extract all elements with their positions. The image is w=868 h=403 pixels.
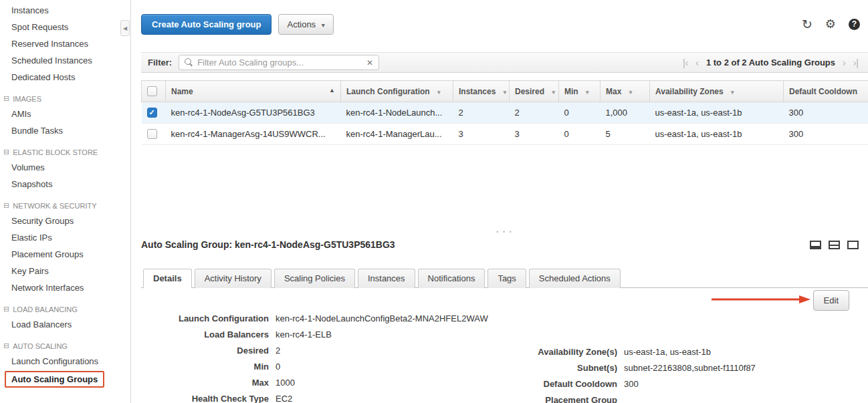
- sidebar-item-network-interfaces[interactable]: Network Interfaces: [0, 279, 130, 296]
- column-header-availability-zones[interactable]: Availability Zones ▾: [650, 81, 784, 102]
- cell-instances: 2: [453, 102, 510, 124]
- sidebar-item-elastic-ips[interactable]: Elastic IPs: [0, 229, 130, 246]
- cell-availability-zones: us-east-1a, us-east-1b: [650, 124, 784, 145]
- column-label: Availability Zones: [655, 87, 724, 96]
- gear-icon[interactable]: ⚙: [825, 18, 836, 30]
- field-value: 0: [276, 362, 280, 372]
- sidebar-item-spot-requests[interactable]: Spot Requests: [0, 19, 130, 35]
- collapse-section-icon[interactable]: ⊟: [3, 305, 9, 313]
- field-label: Health Check Type: [141, 394, 276, 403]
- collapse-section-icon[interactable]: ⊟: [3, 342, 9, 350]
- sidebar-item-volumes[interactable]: Volumes: [0, 159, 130, 176]
- edit-annotation-arrow: [710, 294, 810, 305]
- sidebar-item-dedicated-hosts[interactable]: Dedicated Hosts: [0, 69, 130, 86]
- sidebar-item-instances[interactable]: Instances: [0, 2, 130, 19]
- field-availability-zones: Availability Zone(s) us-east-1a, us-east…: [483, 347, 756, 357]
- sidebar-item-security-groups[interactable]: Security Groups: [0, 213, 130, 229]
- sidebar-item-key-pairs[interactable]: Key Pairs: [0, 263, 130, 279]
- detail-panel-title: Auto Scaling Group: ken-rc4-1-NodeAsg-G5…: [141, 239, 395, 250]
- next-page-icon[interactable]: ›: [843, 57, 846, 68]
- collapse-section-icon[interactable]: ⊟: [3, 148, 9, 156]
- cell-min: 0: [559, 124, 601, 145]
- select-all-checkbox[interactable]: [147, 86, 157, 96]
- field-value: 1000: [276, 378, 295, 388]
- sidebar-item-launch-configurations[interactable]: Launch Configurations: [0, 353, 130, 370]
- field-label: Min: [141, 362, 276, 372]
- row-checkbox-checked[interactable]: ✓: [147, 108, 157, 118]
- column-header-default-cooldown[interactable]: Default Cooldown: [784, 81, 868, 102]
- tab-tags[interactable]: Tags: [487, 269, 526, 288]
- field-max: Max 1000: [141, 378, 488, 388]
- create-auto-scaling-group-button[interactable]: Create Auto Scaling group: [141, 14, 272, 35]
- table-row[interactable]: ✓ ken-rc4-1-NodeAsg-G5TU3P561BG3 ken-rc4…: [142, 102, 868, 124]
- sidebar-item-scheduled-instances[interactable]: Scheduled Instances: [0, 52, 130, 69]
- field-load-balancers: Load Balancers ken-rc4-1-ELB: [141, 329, 488, 340]
- filter-search-input[interactable]: [197, 57, 362, 68]
- tab-activity-history[interactable]: Activity History: [195, 269, 272, 288]
- sidebar-item-bundle-tasks[interactable]: Bundle Tasks: [0, 122, 130, 139]
- tab-scheduled-actions[interactable]: Scheduled Actions: [529, 269, 621, 288]
- field-label: Max: [141, 378, 276, 388]
- sidebar-item-auto-scaling-groups[interactable]: Auto Scaling Groups: [5, 371, 104, 388]
- panel-splitter-handle[interactable]: • • •: [141, 229, 868, 237]
- field-value: 300: [624, 379, 639, 389]
- edit-button[interactable]: Edit: [813, 290, 849, 311]
- pagination-count: 1 to 2 of 2 Auto Scaling Groups: [706, 57, 835, 68]
- row-checkbox[interactable]: [147, 129, 157, 139]
- tab-instances[interactable]: Instances: [358, 269, 415, 288]
- field-min: Min 0: [141, 362, 488, 372]
- sidebar-collapse-button[interactable]: ◀: [120, 20, 130, 36]
- actions-button[interactable]: Actions ▾: [278, 14, 333, 35]
- field-label: Load Balancers: [141, 329, 276, 340]
- cell-default-cooldown: 300: [784, 124, 868, 145]
- filter-label: Filter:: [148, 57, 172, 68]
- table-row[interactable]: ken-rc4-1-ManagerAsg-14US9WWCR... ken-rc…: [142, 124, 868, 145]
- tab-notifications[interactable]: Notifications: [418, 269, 485, 288]
- cell-desired: 3: [510, 124, 559, 145]
- collapse-section-icon[interactable]: ⊟: [3, 94, 9, 103]
- column-label: Desired: [515, 87, 544, 96]
- column-header-instances[interactable]: Instances ▾: [453, 81, 510, 102]
- cell-default-cooldown: 300: [784, 102, 868, 124]
- help-icon[interactable]: ?: [849, 19, 860, 30]
- column-label: Instances: [459, 87, 496, 96]
- sidebar-item-load-balancers[interactable]: Load Balancers: [0, 316, 130, 333]
- sort-caret-icon: ▾: [731, 89, 734, 96]
- tab-details[interactable]: Details: [143, 269, 192, 288]
- column-label: Default Cooldown: [789, 87, 857, 96]
- collapse-section-icon[interactable]: ⊟: [3, 201, 9, 210]
- cell-name: ken-rc4-1-ManagerAsg-14US9WWCR...: [166, 124, 341, 145]
- column-header-launch-configuration[interactable]: Launch Configuration ▾: [341, 81, 453, 102]
- bottom-pane-icon[interactable]: [810, 241, 821, 249]
- column-header-max[interactable]: Max ▾: [601, 81, 650, 102]
- column-header-name[interactable]: Name ▲: [166, 81, 341, 102]
- cell-instances: 3: [453, 124, 510, 145]
- split-pane-icon[interactable]: [829, 241, 840, 249]
- previous-page-icon[interactable]: ‹: [695, 57, 699, 68]
- sidebar-item-placement-groups[interactable]: Placement Groups: [0, 246, 130, 263]
- sidebar-item-amis[interactable]: AMIs: [0, 106, 130, 122]
- sidebar-section-images: ⊟ IMAGES: [0, 86, 130, 106]
- cell-name: ken-rc4-1-NodeAsg-G5TU3P561BG3: [166, 102, 341, 124]
- field-label: Placement Group: [483, 395, 624, 403]
- sidebar-item-snapshots[interactable]: Snapshots: [0, 176, 130, 192]
- sidebar-section-auto-scaling: ⊟ AUTO SCALING: [0, 333, 130, 353]
- column-header-desired[interactable]: Desired ▾: [510, 81, 559, 102]
- first-page-icon[interactable]: |‹: [683, 57, 688, 68]
- field-value: EC2: [276, 394, 292, 403]
- field-placement-group: Placement Group: [483, 395, 756, 403]
- clear-filter-icon[interactable]: ✕: [366, 58, 373, 68]
- field-value: us-east-1a, us-east-1b: [624, 347, 711, 357]
- ec2-console: Instances Spot Requests Reserved Instanc…: [0, 0, 868, 403]
- column-header-min[interactable]: Min ▾: [559, 81, 601, 102]
- sidebar-item-reserved-instances[interactable]: Reserved Instances: [0, 35, 130, 52]
- last-page-icon[interactable]: ›|: [853, 57, 859, 68]
- cell-availability-zones: us-east-1a, us-east-1b: [650, 102, 784, 124]
- tab-scaling-policies[interactable]: Scaling Policies: [274, 269, 355, 288]
- refresh-icon[interactable]: ↻: [802, 18, 812, 31]
- pane-layout-controls: [810, 241, 859, 249]
- full-pane-icon[interactable]: [847, 241, 859, 249]
- column-label: Name: [171, 87, 193, 96]
- toolbar-icons: ↻ ⚙ ?: [802, 18, 860, 31]
- cell-max: 5: [601, 124, 650, 145]
